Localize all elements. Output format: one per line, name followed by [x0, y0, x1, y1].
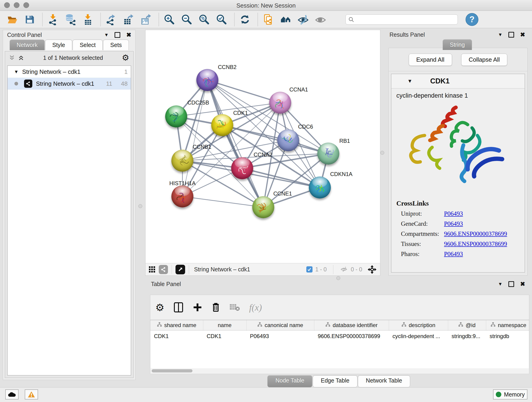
- collapse-all-button[interactable]: Collapse All: [461, 54, 507, 66]
- zoom-selected-button[interactable]: [215, 13, 228, 26]
- clone-network-button[interactable]: [262, 13, 274, 26]
- delete-table-icon[interactable]: [229, 303, 240, 312]
- import-network-button[interactable]: [47, 13, 59, 26]
- tab-string[interactable]: String: [443, 39, 472, 50]
- network-collection-row[interactable]: ▼ String Network – cdk1 1: [7, 66, 131, 78]
- network-view-icon[interactable]: [159, 265, 168, 274]
- open-session-button[interactable]: [6, 13, 18, 26]
- scrollbar-thumb[interactable]: [152, 369, 192, 372]
- zoom-fit-button[interactable]: [198, 13, 210, 26]
- show-column-icon[interactable]: [173, 302, 184, 313]
- table-close-icon[interactable]: ✖: [520, 281, 525, 287]
- tab-sets[interactable]: Sets: [103, 40, 129, 50]
- table-cell[interactable]: CDK1: [150, 331, 203, 342]
- export-image-button[interactable]: [140, 13, 152, 26]
- crosslink-link[interactable]: P06493: [444, 250, 463, 258]
- table-cell[interactable]: stringdb:9...: [448, 331, 486, 342]
- export-table-button[interactable]: [122, 13, 135, 26]
- table-float-icon[interactable]: [508, 281, 514, 287]
- node-table[interactable]: shared namenamecanonical namedatabase id…: [150, 320, 529, 369]
- close-panel-icon[interactable]: ✖: [126, 32, 131, 38]
- pan-tool-icon[interactable]: [367, 265, 377, 274]
- table-row[interactable]: CDK1CDK1P064939606.ENSP00000378699cyclin…: [150, 331, 529, 342]
- bottom-splitter-handle[interactable]: [336, 276, 340, 280]
- collection-expand-icon[interactable]: ▼: [14, 69, 19, 75]
- column-header-shared-name[interactable]: shared name: [150, 320, 203, 331]
- gene-section-header[interactable]: ▼ CDK1: [391, 74, 525, 89]
- column-header-database-identifier[interactable]: database identifier: [314, 320, 389, 331]
- tab-edge-table[interactable]: Edge Table: [313, 375, 357, 387]
- network-node-cdkn1a[interactable]: [309, 177, 331, 198]
- birdseye-view-icon[interactable]: [176, 265, 185, 274]
- apply-layout-button[interactable]: [239, 13, 251, 26]
- column-header-description[interactable]: description: [389, 320, 448, 331]
- tab-network[interactable]: Network: [10, 40, 45, 50]
- cloud-status-button[interactable]: [5, 389, 19, 400]
- network-node-ccna1[interactable]: [269, 92, 291, 114]
- table-options-gear-icon[interactable]: ⚙: [155, 302, 164, 313]
- hide-selected-button[interactable]: [297, 13, 309, 26]
- collapse-all-icon[interactable]: [9, 55, 15, 61]
- network-node-ccna2[interactable]: [231, 157, 253, 179]
- network-canvas[interactable]: CCNB2CCNA1CDC25BCDK1CDC6RB1CCNB1CCNA2CDK…: [146, 30, 380, 263]
- search-field[interactable]: [346, 14, 458, 25]
- network-view[interactable]: CCNB2CCNA1CDC25BCDK1CDC6RB1CCNB1CCNA2CDK…: [145, 30, 380, 276]
- table-cell[interactable]: 9606.ENSP00000378699: [314, 331, 389, 342]
- panel-menu-icon[interactable]: ▼: [104, 32, 109, 38]
- grid-view-icon[interactable]: [149, 266, 156, 273]
- show-all-networks-button[interactable]: [279, 13, 292, 26]
- show-hidden-button[interactable]: [314, 13, 327, 26]
- create-column-icon[interactable]: [193, 303, 202, 312]
- column-header-namespace[interactable]: namespace: [486, 320, 529, 331]
- network-node-ccnb1[interactable]: [171, 150, 193, 172]
- table-horizontal-scrollbar[interactable]: [150, 368, 529, 374]
- crosslink-link[interactable]: P06493: [444, 220, 463, 227]
- results-float-icon[interactable]: [508, 32, 514, 38]
- network-node-hist1h1a[interactable]: [171, 185, 193, 207]
- tab-style[interactable]: Style: [45, 40, 72, 50]
- left-splitter-handle[interactable]: [138, 204, 142, 208]
- zoom-in-button[interactable]: [163, 13, 176, 26]
- float-panel-icon[interactable]: [114, 32, 120, 38]
- column-header-name[interactable]: name: [203, 320, 246, 331]
- network-node-ccnb2[interactable]: [196, 69, 218, 91]
- selected-indicator-checkbox[interactable]: [306, 266, 312, 273]
- column-header-canonical-name[interactable]: canonical name: [246, 320, 314, 331]
- table-cell[interactable]: stringdb: [486, 331, 529, 342]
- function-builder-icon[interactable]: f(x): [249, 302, 262, 313]
- table-cell[interactable]: CDK1: [203, 331, 246, 342]
- memory-button[interactable]: Memory: [493, 389, 527, 400]
- tab-node-table[interactable]: Node Table: [267, 375, 312, 387]
- expand-all-icon[interactable]: [18, 55, 24, 61]
- warning-status-button[interactable]: [25, 389, 38, 400]
- export-network-button[interactable]: [105, 13, 117, 26]
- results-close-icon[interactable]: ✖: [520, 32, 525, 38]
- network-node-cdk1[interactable]: [211, 114, 233, 136]
- crosslink-link[interactable]: 9606.ENSP00000378699: [444, 240, 507, 248]
- right-splitter-handle[interactable]: [380, 151, 384, 155]
- tab-select[interactable]: Select: [73, 40, 103, 50]
- import-table-button[interactable]: [82, 13, 94, 26]
- network-edge[interactable]: [182, 196, 263, 207]
- expand-all-button[interactable]: Expand All: [409, 54, 452, 66]
- table-cell[interactable]: cyclin-dependent ...: [389, 331, 448, 342]
- network-node-rb1[interactable]: [317, 143, 339, 165]
- table-cell[interactable]: P06493: [246, 331, 314, 342]
- network-edge[interactable]: [207, 80, 264, 207]
- gene-collapse-icon[interactable]: ▼: [407, 78, 412, 84]
- results-menu-icon[interactable]: ▼: [498, 32, 502, 37]
- network-row[interactable]: String Network – cdk1 11 48: [7, 78, 131, 89]
- search-input[interactable]: [356, 16, 455, 23]
- delete-column-icon[interactable]: [211, 302, 220, 313]
- column-header--id[interactable]: @id: [448, 320, 486, 331]
- network-node-cdc6[interactable]: [277, 129, 299, 151]
- help-button[interactable]: ?: [466, 13, 478, 26]
- tab-network-table[interactable]: Network Table: [358, 375, 410, 387]
- crosslink-link[interactable]: P06493: [444, 210, 463, 217]
- table-menu-icon[interactable]: ▼: [498, 281, 502, 287]
- network-node-ccne1[interactable]: [252, 196, 274, 218]
- network-node-cdc25b[interactable]: [165, 105, 187, 128]
- save-session-button[interactable]: [23, 13, 36, 26]
- zoom-out-button[interactable]: [181, 13, 193, 26]
- crosslink-link[interactable]: 9606.ENSP00000378699: [444, 230, 507, 237]
